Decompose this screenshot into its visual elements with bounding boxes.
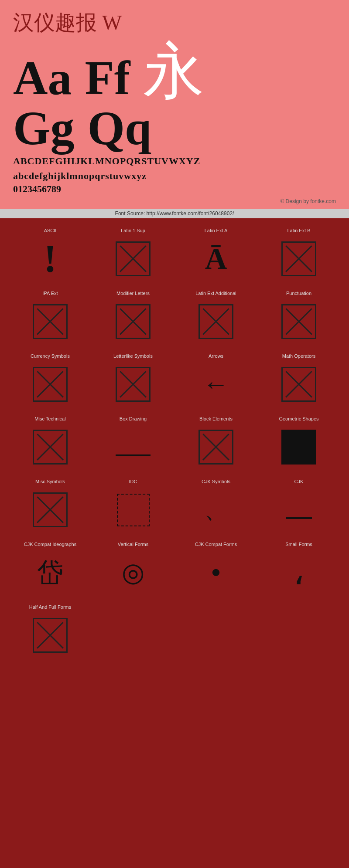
glyph-ascii: ! [31, 239, 70, 278]
cell-geometricshapes: Geometric Shapes [257, 411, 340, 474]
glyph-grid: ASCII ! Latin 1 Sup Latin Ext A Ā Latin … [9, 223, 340, 662]
cell-blockelements: Block Elements [174, 411, 257, 474]
label-verticalforms: Vertical Forms [118, 542, 148, 549]
cell-latinexta: Latin Ext A Ā [174, 223, 257, 285]
dot-glyph: • [211, 559, 220, 586]
glyph-row-1: Aa Ff 永 [13, 41, 336, 102]
glyph-halffulforms [31, 616, 70, 655]
label-boxdrawing: Box Drawing [120, 416, 147, 423]
chinese-char-glyph: 岱 [37, 559, 63, 586]
x-placeholder-latinextadd [198, 304, 233, 339]
glyph-qq: Qq [88, 104, 152, 152]
label-ipaext: IPA Ext [42, 291, 58, 298]
cell-miscsymbols: Misc Symbols [9, 474, 92, 536]
cell-cjkcompatideographs: CJK Compat Ideographs 岱 [9, 536, 92, 599]
cell-ipaext: IPA Ext [9, 285, 92, 348]
x-placeholder-mathoperators [281, 367, 316, 402]
label-cjksymbols: CJK Symbols [202, 479, 230, 486]
x-placeholder-currencysymbols [33, 367, 68, 402]
cell-smallforms: Small Forms ، [257, 536, 340, 599]
glyph-cjkcompatideographs: 岱 [31, 553, 70, 592]
glyph-aa: Aa [13, 54, 72, 102]
label-letterlikesymbols: Letterlike Symbols [113, 353, 153, 360]
cell-modifierletters: Modifier Letters [92, 285, 174, 348]
cell-letterlikesymbols: Letterlike Symbols [92, 348, 174, 411]
x-placeholder-ipaext [33, 304, 68, 339]
x-placeholder-punctuation [281, 304, 316, 339]
glyph-latinextadd [196, 302, 236, 341]
x-placeholder-halffulforms [33, 618, 68, 653]
line-glyph [116, 454, 151, 456]
label-halffulforms: Half And Full Forms [29, 604, 72, 611]
cell-cjk: CJK [257, 474, 340, 536]
glyph-verticalforms: ◎ [113, 553, 153, 592]
label-ascii: ASCII [44, 228, 57, 235]
x-placeholder-misctechnical [33, 430, 68, 465]
uppercase-alphabet: ABCDEFGHIJKLMNOPQRSTUVWXYZ [13, 156, 336, 167]
cell-currencysymbols: Currency Symbols [9, 348, 92, 411]
glyph-grid-section: ASCII ! Latin 1 Sup Latin Ext A Ā Latin … [0, 218, 349, 666]
circle-glyph: ◎ [122, 559, 144, 586]
comma-glyph: ، [293, 552, 305, 593]
label-cjkcompatforms: CJK Compat Forms [195, 542, 237, 549]
cell-cjkcompatforms: CJK Compat Forms • [174, 536, 257, 599]
x-placeholder-miscsymbols [33, 492, 68, 527]
x-placeholder-latin1sup [116, 241, 151, 276]
glyph-blockelements [196, 427, 236, 467]
glyph-miscsymbols [31, 490, 70, 529]
cjk-symbol-glyph: 、 [204, 494, 228, 526]
a-macron-glyph: Ā [205, 244, 227, 274]
cell-latinextb: Latin Ext B [257, 223, 340, 285]
glyph-cjksymbols: 、 [196, 490, 236, 529]
glyph-ipaext [31, 302, 70, 341]
label-latinextb: Latin Ext B [287, 228, 310, 235]
glyph-chinese: 永 [143, 41, 204, 102]
cell-empty2 [174, 599, 257, 662]
hero-section: 汉仪趣报 W Aa Ff 永 Gg Qq ABCDEFGHIJKLMNOPQRS… [0, 0, 349, 209]
font-source: Font Source: http://www.fontke.com/font/… [0, 209, 349, 218]
cell-verticalforms: Vertical Forms ◎ [92, 536, 174, 599]
cell-punctuation: Punctuation [257, 285, 340, 348]
label-cjk: CJK [294, 479, 304, 486]
label-latin1sup: Latin 1 Sup [121, 228, 145, 235]
cell-arrows: Arrows ← [174, 348, 257, 411]
font-title: 汉仪趣报 W [13, 9, 336, 37]
label-blockelements: Block Elements [199, 416, 233, 423]
label-latinextadd: Latin Ext Additional [195, 291, 236, 298]
x-placeholder-latinextb [281, 241, 316, 276]
glyph-latinextb [279, 239, 318, 278]
glyph-mathoperators [279, 365, 318, 404]
label-geometricshapes: Geometric Shapes [279, 416, 318, 423]
lowercase-alphabet: abcdefghijklmnopqrstuvwxyz [13, 170, 336, 182]
label-currencysymbols: Currency Symbols [31, 353, 70, 360]
glyph-cjk [279, 490, 318, 529]
cell-mathoperators: Math Operators [257, 348, 340, 411]
x-placeholder-letterlikesymbols [116, 367, 151, 402]
x-placeholder-modifierletters [116, 304, 151, 339]
label-cjkcompatideographs: CJK Compat Ideographs [24, 542, 76, 549]
cell-halffulforms: Half And Full Forms [9, 599, 92, 662]
glyph-latinexta: Ā [196, 239, 236, 278]
cell-boxdrawing: Box Drawing [92, 411, 174, 474]
credits: © Design by fontke.com [13, 198, 336, 204]
glyph-ff: Ff [85, 54, 130, 102]
label-latinexta: Latin Ext A [205, 228, 228, 235]
numbers: 0123456789 [13, 183, 336, 195]
glyph-smallforms: ، [279, 553, 318, 592]
glyph-geometricshapes [279, 427, 318, 467]
cell-idc: IDC [92, 474, 174, 536]
label-misctechnical: Misc Technical [34, 416, 65, 423]
exclaim-glyph: ! [44, 239, 57, 278]
cell-ascii: ASCII ! [9, 223, 92, 285]
label-miscsymbols: Misc Symbols [35, 479, 65, 486]
cell-empty3 [257, 599, 340, 662]
glyph-arrows: ← [196, 365, 236, 404]
cell-cjksymbols: CJK Symbols 、 [174, 474, 257, 536]
label-punctuation: Punctuation [286, 291, 311, 298]
label-smallforms: Small Forms [285, 542, 312, 549]
dash-glyph [286, 517, 312, 519]
label-mathoperators: Math Operators [282, 353, 315, 360]
black-square-glyph [281, 430, 316, 465]
label-modifierletters: Modifier Letters [116, 291, 150, 298]
glyph-cjkcompatforms: • [196, 553, 236, 592]
